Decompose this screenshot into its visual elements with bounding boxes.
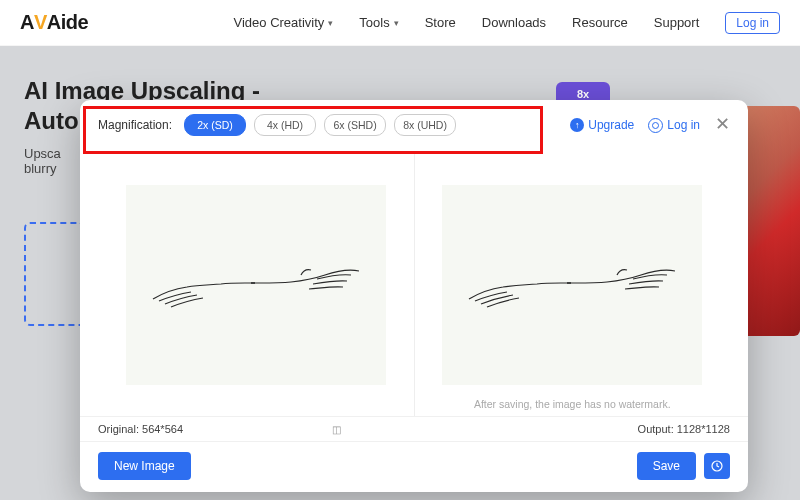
hands-illustration <box>151 261 361 309</box>
nav-tools[interactable]: Tools▾ <box>359 15 398 30</box>
output-dimensions: Output: 1128*1128 <box>638 423 730 435</box>
original-image <box>126 185 386 385</box>
nav-store[interactable]: Store <box>425 15 456 30</box>
save-button[interactable]: Save <box>637 452 696 480</box>
logo-v: V <box>34 11 47 34</box>
login-label: Log in <box>667 118 700 132</box>
nav-support[interactable]: Support <box>654 15 700 30</box>
modal-footer: New Image Save <box>80 442 748 492</box>
output-panel: After saving, the image has no watermark… <box>415 154 731 416</box>
magnification-label: Magnification: <box>98 118 172 132</box>
magnification-8x[interactable]: 8x (UHD) <box>394 114 456 136</box>
new-image-button[interactable]: New Image <box>98 452 191 480</box>
compare-toggle-icon[interactable]: ◫ <box>332 424 341 435</box>
nav-links: Video Creativity▾ Tools▾ Store Downloads… <box>234 12 780 34</box>
compare-panels: After saving, the image has no watermark… <box>98 154 730 416</box>
magnification-2x[interactable]: 2x (SD) <box>184 114 246 136</box>
hands-illustration <box>467 261 677 309</box>
original-panel <box>98 154 415 416</box>
upscale-modal: Magnification: 2x (SD) 4x (HD) 6x (SHD) … <box>80 100 748 492</box>
logo-part: Aide <box>47 11 88 34</box>
nav-video-creativity[interactable]: Video Creativity▾ <box>234 15 334 30</box>
modal-header: Magnification: 2x (SD) 4x (HD) 6x (SHD) … <box>80 100 748 154</box>
output-image <box>442 185 702 385</box>
upgrade-icon: ↑ <box>570 118 584 132</box>
nav-downloads[interactable]: Downloads <box>482 15 546 30</box>
chevron-down-icon: ▾ <box>328 18 333 28</box>
magnification-6x[interactable]: 6x (SHD) <box>324 114 386 136</box>
close-icon[interactable]: ✕ <box>714 117 730 133</box>
user-icon <box>648 118 663 133</box>
nav-resource[interactable]: Resource <box>572 15 628 30</box>
modal-login-button[interactable]: Log in <box>648 118 700 133</box>
chevron-down-icon: ▾ <box>394 18 399 28</box>
watermark-note: After saving, the image has no watermark… <box>474 398 671 410</box>
clock-icon <box>711 460 723 472</box>
magnification-group: Magnification: 2x (SD) 4x (HD) 6x (SHD) … <box>98 114 456 136</box>
save-history-button[interactable] <box>704 453 730 479</box>
original-dimensions: Original: 564*564 <box>98 423 183 435</box>
logo-part: A <box>20 11 34 34</box>
nav-login-button[interactable]: Log in <box>725 12 780 34</box>
status-row: Original: 564*564 ◫ Output: 1128*1128 <box>80 416 748 442</box>
modal-header-right: ↑ Upgrade Log in ✕ <box>570 117 730 133</box>
brand-logo[interactable]: AVAide <box>20 11 88 34</box>
upgrade-label: Upgrade <box>588 118 634 132</box>
magnification-4x[interactable]: 4x (HD) <box>254 114 316 136</box>
dashed-dropzone <box>24 222 82 326</box>
top-nav: AVAide Video Creativity▾ Tools▾ Store Do… <box>0 0 800 46</box>
upgrade-button[interactable]: ↑ Upgrade <box>570 118 634 132</box>
